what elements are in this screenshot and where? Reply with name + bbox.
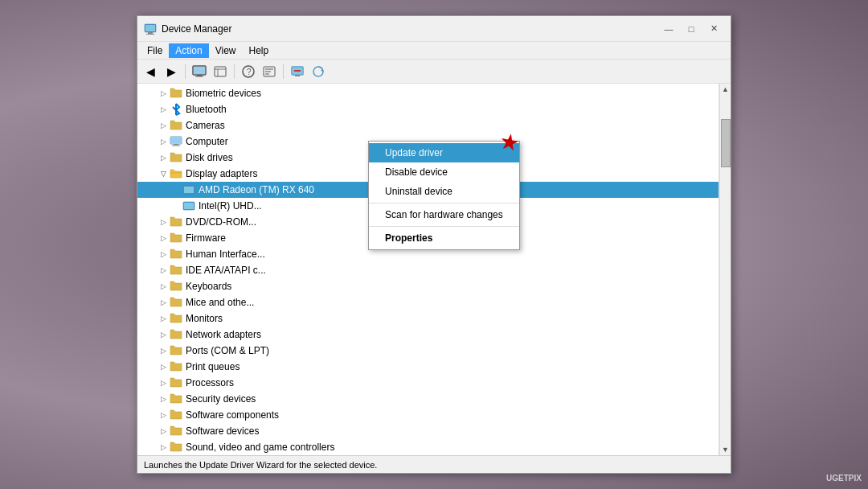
folder-icon [170, 280, 182, 293]
list-item[interactable]: ▷ Software components [137, 407, 719, 423]
folder-icon [170, 151, 182, 164]
close-button[interactable]: ✕ [703, 21, 724, 37]
item-label: Software components [186, 409, 279, 421]
expand-icon[interactable]: ▷ [157, 280, 170, 293]
item-label: Mice and othe... [186, 297, 254, 308]
folder-icon [170, 328, 182, 341]
properties-button[interactable] [260, 63, 279, 80]
expand-icon[interactable]: ▽ [157, 167, 170, 180]
folder-icon [170, 409, 182, 421]
device-tree[interactable]: ▷ Biometric devices ▷ Bluetooth ▷ [137, 84, 719, 455]
item-label: Computer [186, 136, 228, 147]
content-area: ▷ Biometric devices ▷ Bluetooth ▷ [137, 84, 731, 455]
folder-icon [170, 264, 182, 277]
expand-icon[interactable]: ▷ [157, 392, 170, 405]
window-controls: — □ ✕ [658, 21, 724, 37]
ctx-properties[interactable]: Properties [369, 228, 519, 248]
scrollbar-thumb[interactable] [721, 119, 731, 167]
uninstall-button[interactable] [288, 63, 307, 80]
scroll-down-button[interactable]: ▼ [720, 444, 731, 455]
list-item[interactable]: ▷ Software devices [137, 423, 719, 439]
menu-file[interactable]: File [141, 43, 169, 58]
expand-icon[interactable]: ▷ [157, 328, 170, 341]
expand-icon[interactable]: ▷ [157, 441, 170, 454]
expand-icon[interactable]: ▷ [157, 216, 170, 228]
expand-icon[interactable]: ▷ [157, 119, 170, 132]
menu-help[interactable]: Help [243, 43, 276, 58]
expand-icon[interactable]: ▷ [157, 264, 170, 277]
list-item[interactable]: ▷ Ports (COM & LPT) [137, 343, 719, 359]
list-item[interactable]: ▷ Mice and othe... [137, 294, 719, 310]
list-item[interactable]: ▷ Print queues [137, 359, 719, 375]
context-menu: Update driver Disable device Uninstall d… [368, 141, 520, 250]
item-label: DVD/CD-ROM... [186, 216, 256, 228]
toolbar-separator-2 [234, 64, 235, 79]
list-item[interactable]: ▷ Security devices [137, 391, 719, 407]
svg-rect-6 [195, 76, 203, 76]
folder-icon [170, 392, 182, 405]
expand-icon[interactable]: ▷ [157, 376, 170, 389]
folder-icon [170, 248, 182, 261]
ctx-scan-hardware[interactable]: Scan for hardware changes [369, 205, 519, 224]
expand-icon [170, 199, 182, 212]
expand-icon[interactable]: ▷ [157, 312, 170, 325]
forward-button[interactable]: ▶ [162, 63, 181, 80]
back-button[interactable]: ◀ [141, 63, 160, 80]
list-item[interactable]: ▷ Network adapters [137, 327, 719, 343]
svg-rect-28 [184, 187, 194, 193]
help-button[interactable]: ? [239, 63, 258, 80]
minimize-button[interactable]: — [658, 21, 679, 37]
menu-action[interactable]: Action [169, 43, 208, 58]
computer-button[interactable] [190, 63, 209, 80]
list-item[interactable]: ▷ Processors [137, 375, 719, 391]
svg-rect-3 [145, 25, 155, 31]
item-label: Monitors [186, 313, 223, 324]
device-icon [182, 199, 195, 212]
expand-icon[interactable]: ▷ [157, 344, 170, 357]
list-item[interactable]: ▷ IDE ATA/ATAPI c... [137, 262, 719, 278]
folder-icon [170, 119, 182, 132]
item-label: Ports (COM & LPT) [186, 345, 269, 356]
expand-icon[interactable]: ▷ [157, 135, 170, 148]
item-label: Firmware [186, 232, 226, 244]
scroll-up-button[interactable]: ▲ [720, 84, 731, 95]
item-label: Biometric devices [186, 88, 261, 99]
ctx-uninstall-device[interactable]: Uninstall device [369, 182, 519, 201]
list-item[interactable]: ▷ Sound, video and game controllers [137, 439, 719, 455]
list-button[interactable] [211, 63, 230, 80]
list-item[interactable]: ▷ Cameras [137, 117, 719, 134]
svg-rect-1 [148, 32, 153, 34]
list-item[interactable]: ▷ Keyboards [137, 278, 719, 294]
folder-icon [170, 296, 182, 309]
folder-icon [170, 87, 182, 100]
expand-icon[interactable]: ▷ [157, 425, 170, 438]
expand-icon[interactable]: ▷ [157, 296, 170, 309]
expand-icon[interactable]: ▷ [157, 360, 170, 373]
svg-rect-25 [174, 144, 178, 146]
scrollbar[interactable]: ▲ ▼ [719, 84, 731, 455]
item-label: Network adapters [186, 329, 261, 340]
computer-icon [170, 135, 182, 148]
expand-icon[interactable]: ▷ [157, 103, 170, 116]
expand-icon[interactable]: ▷ [157, 232, 170, 244]
ctx-separator [369, 203, 519, 203]
expand-icon [170, 183, 182, 196]
list-item[interactable]: ▷ Biometric devices [137, 85, 719, 101]
ctx-disable-device[interactable]: Disable device [369, 162, 519, 182]
list-item[interactable]: ▷ Monitors [137, 310, 719, 327]
list-item[interactable]: ▷ Bluetooth [137, 101, 719, 117]
svg-rect-19 [295, 75, 300, 76]
expand-icon[interactable]: ▷ [157, 151, 170, 164]
folder-open-icon [170, 167, 182, 180]
expand-icon[interactable]: ▷ [157, 248, 170, 261]
expand-icon[interactable]: ▷ [157, 87, 170, 100]
expand-icon[interactable]: ▷ [157, 409, 170, 421]
bluetooth-icon [170, 103, 182, 116]
svg-rect-5 [197, 75, 202, 76]
svg-text:?: ? [247, 68, 252, 76]
item-label: Human Interface... [186, 249, 265, 260]
menu-view[interactable]: View [209, 43, 243, 58]
item-label: Software devices [186, 425, 259, 437]
scan-button[interactable] [309, 63, 328, 80]
maximize-button[interactable]: □ [681, 21, 702, 37]
